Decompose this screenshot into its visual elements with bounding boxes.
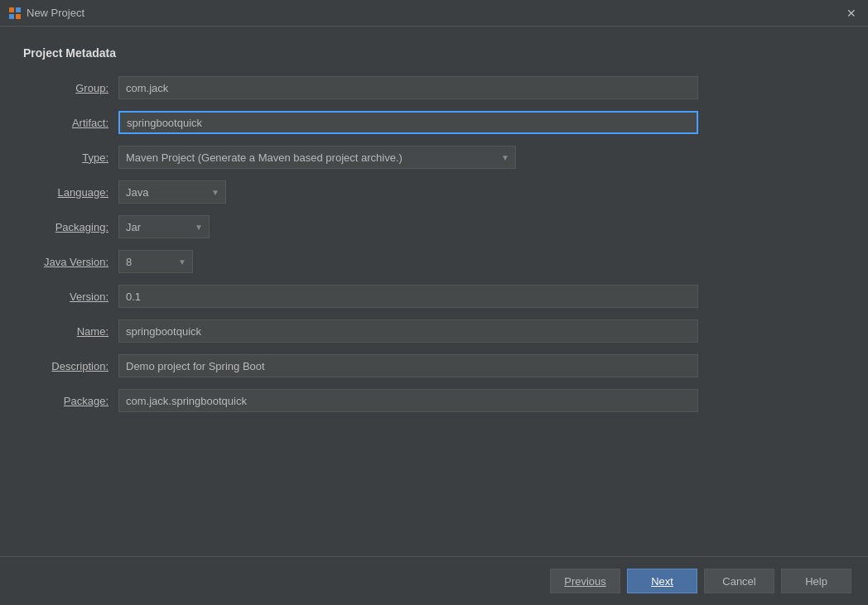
new-project-window: New Project ✕ Project Metadata Group: Ar… [0,0,868,605]
description-row: Description: [23,354,845,377]
footer: Previous Next Cancel Help [0,556,868,605]
packaging-select-wrapper: Jar War ▼ [118,215,210,238]
type-label: Type: [23,151,118,164]
section-title: Project Metadata [23,46,845,60]
language-select-wrapper: Java Kotlin Groovy ▼ [118,180,226,204]
packaging-label: Packaging: [23,221,118,233]
svg-rect-3 [16,14,21,19]
language-label: Language: [23,186,118,199]
name-label: Name: [23,325,118,338]
help-label: Help [805,575,827,588]
package-label: Package: [23,395,118,407]
packaging-row: Packaging: Jar War ▼ [23,215,845,238]
group-label: Group: [23,82,118,94]
artifact-row: Artifact: [23,111,845,134]
version-label: Version: [23,290,118,303]
package-row: Package: [23,389,845,412]
java-version-label: Java Version: [23,256,118,268]
group-input[interactable] [118,76,698,99]
project-icon [8,7,22,20]
form-content: Project Metadata Group: Artifact: Type: … [0,26,868,556]
type-row: Type: Maven Project (Generate a Maven ba… [23,146,845,169]
package-input[interactable] [118,389,698,412]
name-row: Name: [23,319,845,343]
svg-rect-0 [9,7,14,12]
description-label: Description: [23,360,118,372]
type-select-wrapper: Maven Project (Generate a Maven based pr… [118,146,516,169]
title-bar-left: New Project [8,7,84,20]
svg-rect-1 [16,7,21,12]
window-title: New Project [27,7,84,19]
cancel-button[interactable]: Cancel [704,569,774,593]
previous-button[interactable]: Previous [550,569,620,593]
artifact-label: Artifact: [23,117,118,129]
group-row: Group: [23,76,845,99]
packaging-select[interactable]: Jar War [118,215,210,238]
title-bar: New Project ✕ [0,0,868,26]
java-version-select[interactable]: 8 11 17 21 [118,250,193,273]
help-button[interactable]: Help [781,569,851,593]
type-select[interactable]: Maven Project (Generate a Maven based pr… [118,146,516,169]
language-select[interactable]: Java Kotlin Groovy [118,180,226,204]
cancel-label: Cancel [722,575,755,588]
version-input[interactable] [118,285,698,308]
close-button[interactable]: ✕ [843,5,860,22]
description-input[interactable] [118,354,698,377]
next-button[interactable]: Next [627,569,697,593]
version-row: Version: [23,285,845,308]
name-input[interactable] [118,319,698,343]
svg-rect-2 [9,14,14,19]
java-version-select-wrapper: 8 11 17 21 ▼ [118,250,193,273]
java-version-row: Java Version: 8 11 17 21 ▼ [23,250,845,273]
artifact-input[interactable] [118,111,698,134]
language-row: Language: Java Kotlin Groovy ▼ [23,180,845,204]
